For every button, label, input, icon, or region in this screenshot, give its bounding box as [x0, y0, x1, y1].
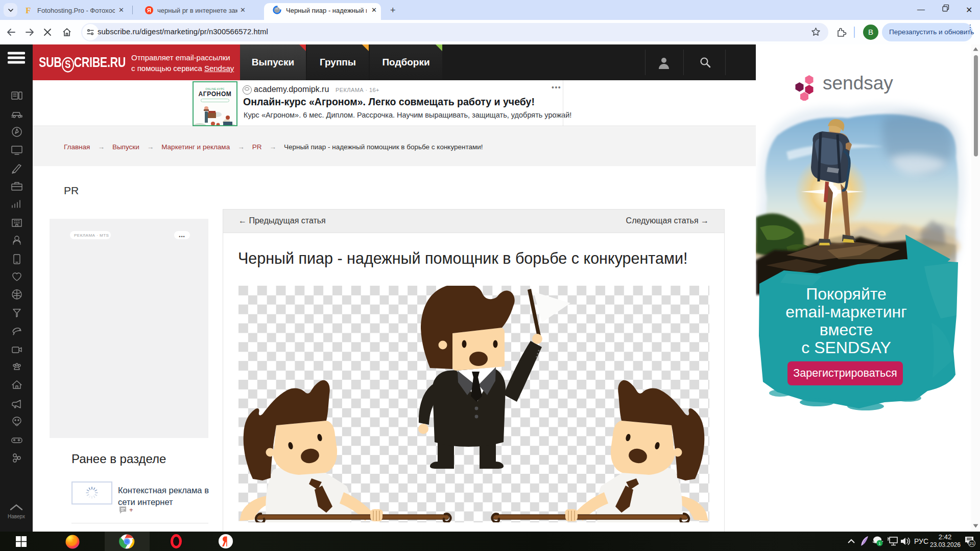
- svg-text:1: 1: [878, 541, 881, 546]
- svg-text:21: 21: [970, 541, 974, 546]
